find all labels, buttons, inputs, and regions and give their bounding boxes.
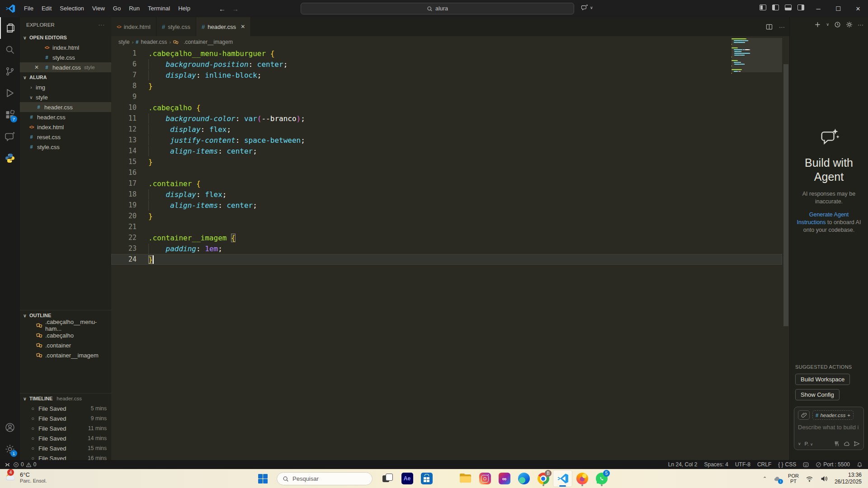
breadcrumb-file[interactable]: header.css — [141, 39, 167, 45]
code-line-22[interactable]: 22.container__imagem { — [111, 232, 782, 243]
taskbar-app-copilot[interactable] — [436, 470, 456, 487]
nav-forward-icon[interactable]: → — [232, 5, 239, 13]
open-editor-style.css[interactable]: #style.css — [20, 52, 111, 62]
minimap-slider[interactable] — [731, 38, 782, 72]
model-cloud-icon[interactable] — [844, 441, 850, 447]
start-button[interactable] — [254, 472, 271, 485]
taskbar-app-whatsapp[interactable]: 5 — [592, 470, 611, 487]
taskbar-app-after-effects[interactable]: Ae — [397, 470, 417, 487]
minimize-button[interactable]: ─ — [808, 0, 828, 17]
activity-search-icon[interactable] — [0, 39, 20, 61]
taskbar-app-task-view[interactable] — [378, 470, 397, 487]
code-line-15[interactable]: 15} — [111, 156, 782, 167]
editor-scrollbar[interactable] — [783, 64, 788, 326]
code-line-9[interactable]: 9 — [111, 91, 782, 102]
notifications-bell-icon[interactable] — [857, 462, 863, 468]
activity-account-icon[interactable] — [0, 417, 20, 438]
menu-selection[interactable]: Selection — [56, 3, 88, 14]
minimap[interactable] — [731, 38, 782, 97]
problems-indicator[interactable]: 0 0 — [13, 461, 36, 468]
open-editors-header[interactable]: ∨ OPEN EDITORS — [20, 33, 111, 42]
chat-input-placeholder[interactable]: Describe what to build i — [798, 424, 860, 431]
code-line-7[interactable]: 7 display: inline-block; — [111, 70, 782, 80]
menu-file[interactable]: File — [20, 3, 38, 14]
close-editor-icon[interactable]: ✕ — [34, 64, 39, 70]
timeline-item[interactable]: ○File Saved11 mins — [20, 423, 111, 433]
menu-go[interactable]: Go — [109, 3, 125, 14]
tree-item-header.css[interactable]: #header.css — [20, 112, 111, 122]
gear-icon[interactable] — [846, 21, 853, 28]
context-file-chip[interactable]: # header.css + — [812, 410, 854, 420]
workspace-header[interactable]: ∨ ALURA — [20, 72, 111, 82]
model-picker[interactable]: P. ∨ — [805, 441, 813, 446]
open-editor-index.html[interactable]: <>index.html — [20, 42, 111, 52]
close-button[interactable]: ✕ — [848, 0, 868, 17]
menu-help[interactable]: Help — [174, 3, 194, 14]
live-server-port[interactable]: Port : 5500 — [816, 461, 850, 468]
code-line-19[interactable]: 19 align-items: center; — [111, 200, 782, 211]
chat-input-box[interactable]: # header.css + Describe what to build i … — [794, 407, 864, 450]
code-line-23[interactable]: 23 padding: 1em; — [111, 243, 782, 254]
send-icon[interactable] — [854, 441, 860, 447]
activity-run-debug-icon[interactable] — [0, 82, 20, 104]
code-line-14[interactable]: 14 align-items: center; — [111, 145, 782, 156]
sidebar-more-icon[interactable]: ··· — [99, 22, 105, 28]
tree-item-style.css[interactable]: #style.css — [20, 142, 111, 152]
encoding[interactable]: UTF-8 — [735, 461, 750, 468]
outline-item[interactable]: .container — [20, 340, 111, 350]
menu-run[interactable]: Run — [125, 3, 144, 14]
tray-chevron-up-icon[interactable]: ⌃ — [763, 476, 767, 482]
code-editor[interactable]: 1.cabeçalho__menu-hamburguer {6 backgrou… — [111, 48, 782, 460]
eol-sequence[interactable]: CRLF — [757, 461, 771, 468]
show-config-button[interactable]: Show Config — [795, 389, 840, 400]
taskbar-app-creative-cloud[interactable]: ∞ — [495, 470, 514, 487]
editor-more-icon[interactable]: ··· — [779, 23, 785, 30]
chevron-down-icon[interactable]: ∨ — [826, 22, 829, 27]
tab-style.css[interactable]: #style.css — [156, 17, 196, 36]
close-tab-icon[interactable]: ✕ — [241, 23, 245, 30]
tab-header.css[interactable]: #header.css✕ — [196, 17, 251, 36]
add-context-icon[interactable]: + — [847, 413, 850, 418]
taskbar-app-chrome[interactable]: B — [533, 470, 553, 487]
code-line-8[interactable]: 8} — [111, 80, 782, 91]
tab-index.html[interactable]: <>index.html — [111, 17, 156, 36]
tree-item-index.html[interactable]: <>index.html — [20, 122, 111, 132]
code-line-10[interactable]: 10.cabeçalho { — [111, 102, 782, 113]
history-icon[interactable] — [834, 21, 841, 28]
taskbar-search[interactable]: Pesquisar — [277, 472, 373, 485]
language-mode[interactable]: { } CSS — [778, 461, 796, 468]
activity-explorer-icon[interactable] — [0, 17, 20, 39]
tree-item-style[interactable]: ∨style — [20, 92, 111, 102]
toggle-panel-icon[interactable] — [785, 5, 792, 10]
copilot-menu-button[interactable]: ∨ — [581, 4, 593, 11]
timeline-item[interactable]: ○File Saved5 mins — [20, 404, 111, 413]
taskbar-app-edge[interactable] — [514, 470, 533, 487]
activity-settings-icon[interactable]: 1 — [0, 438, 20, 460]
outline-item[interactable]: .cabeçalho — [20, 330, 111, 340]
menu-edit[interactable]: Edit — [38, 3, 56, 14]
code-line-20[interactable]: 20} — [111, 211, 782, 221]
outline-item[interactable]: .cabeçalho__menu-ham... — [20, 320, 111, 330]
maximize-button[interactable]: ☐ — [828, 0, 848, 17]
code-line-21[interactable]: 21 — [111, 221, 782, 232]
feedback-smiley-icon[interactable] — [803, 462, 809, 468]
attach-context-button[interactable] — [798, 410, 810, 420]
toggle-sidebar-icon[interactable] — [772, 5, 779, 10]
activity-chat-icon[interactable] — [0, 126, 20, 147]
code-line-6[interactable]: 6 background-position: center; — [111, 59, 782, 70]
mode-picker-chevron-icon[interactable]: ∨ — [798, 441, 801, 446]
toggle-secondary-sidebar-icon[interactable] — [797, 5, 804, 10]
timeline-header[interactable]: ∨ TIMELINE header.css — [20, 394, 111, 404]
new-chat-icon[interactable] — [814, 21, 821, 28]
outline-item[interactable]: .container__imagem — [20, 350, 111, 360]
taskbar-app-vscode[interactable] — [553, 470, 572, 487]
activity-python-icon[interactable] — [0, 147, 20, 169]
wifi-icon[interactable] — [806, 475, 813, 483]
open-editor-header.css[interactable]: ✕#header.cssstyle — [20, 62, 111, 72]
timeline-item[interactable]: ○File Saved14 mins — [20, 433, 111, 443]
tray-clock[interactable]: 13:36 26/12/2025 — [835, 472, 862, 485]
tools-icon[interactable] — [834, 441, 840, 447]
build-workspace-button[interactable]: Build Workspace — [795, 374, 850, 385]
menu-view[interactable]: View — [88, 3, 109, 14]
code-line-16[interactable]: 16 — [111, 167, 782, 178]
